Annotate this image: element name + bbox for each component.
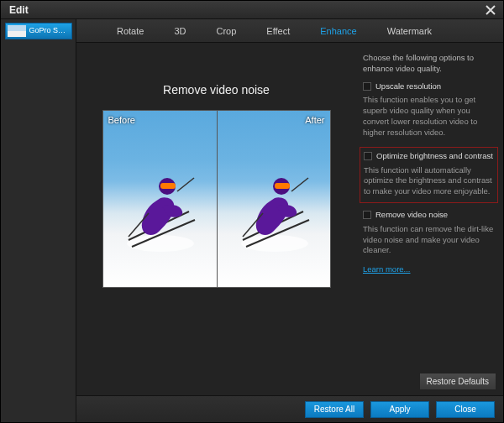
learn-more-link[interactable]: Learn more... bbox=[363, 264, 411, 274]
optimize-checkbox[interactable] bbox=[364, 152, 372, 160]
svg-rect-2 bbox=[160, 183, 176, 189]
footer: Restore All Apply Close bbox=[76, 395, 503, 422]
close-icon bbox=[486, 5, 496, 15]
options-intro: Choose the following options to enhance … bbox=[363, 53, 495, 75]
svg-point-0 bbox=[127, 235, 194, 252]
denoise-checkbox[interactable] bbox=[363, 211, 371, 219]
svg-point-3 bbox=[241, 235, 308, 252]
tab-watermark[interactable]: Watermark bbox=[372, 19, 447, 43]
tab-effect[interactable]: Effect bbox=[251, 19, 305, 43]
optimize-label: Optimize brightness and contrast bbox=[376, 151, 493, 162]
preview-panel: Remove video noise bbox=[76, 43, 356, 395]
options-panel: Choose the following options to enhance … bbox=[356, 43, 503, 395]
upscale-checkbox[interactable] bbox=[363, 82, 371, 91]
window-title: Edit bbox=[9, 4, 29, 16]
upscale-desc: This function enables you to get superb … bbox=[363, 95, 495, 138]
close-button[interactable]: Close bbox=[436, 401, 495, 418]
svg-rect-5 bbox=[275, 183, 290, 189]
tab-3d[interactable]: 3D bbox=[159, 19, 201, 43]
optimize-highlight: Optimize brightness and contrast This fu… bbox=[360, 147, 498, 203]
thumbnail-label: GoPro Swim... bbox=[29, 26, 71, 34]
skier-icon bbox=[238, 163, 313, 255]
restore-defaults-button[interactable]: Restore Defaults bbox=[419, 373, 496, 391]
preview-title: Remove video noise bbox=[163, 83, 270, 97]
edit-window: Edit GoPro Swim... Rotate 3D Crop Effect… bbox=[0, 0, 504, 423]
restore-all-button[interactable]: Restore All bbox=[305, 401, 364, 418]
preview-compare: Before bbox=[102, 110, 331, 288]
sidebar: GoPro Swim... bbox=[1, 19, 76, 422]
denoise-label: Remove video noise bbox=[375, 210, 448, 221]
content: Remove video noise bbox=[76, 43, 503, 395]
after-label: After bbox=[305, 115, 324, 125]
preview-after: After bbox=[217, 111, 330, 287]
before-label: Before bbox=[108, 115, 135, 125]
preview-before: Before bbox=[103, 111, 217, 287]
denoise-row[interactable]: Remove video noise bbox=[363, 210, 495, 221]
skier-icon bbox=[123, 163, 199, 255]
tabs: Rotate 3D Crop Effect Enhance Watermark bbox=[76, 19, 503, 43]
tab-rotate[interactable]: Rotate bbox=[102, 19, 159, 43]
denoise-desc: This function can remove the dirt-like v… bbox=[363, 224, 495, 256]
thumbnail-image bbox=[8, 25, 26, 37]
body: GoPro Swim... Rotate 3D Crop Effect Enha… bbox=[1, 19, 503, 422]
main: Rotate 3D Crop Effect Enhance Watermark … bbox=[76, 19, 503, 422]
tab-crop[interactable]: Crop bbox=[201, 19, 251, 43]
upscale-label: Upscale resolution bbox=[375, 81, 441, 92]
tab-enhance[interactable]: Enhance bbox=[305, 19, 371, 43]
apply-button[interactable]: Apply bbox=[370, 401, 429, 418]
titlebar: Edit bbox=[1, 1, 503, 19]
optimize-desc: This function will automatically optimiz… bbox=[364, 165, 494, 197]
upscale-row[interactable]: Upscale resolution bbox=[363, 81, 495, 92]
optimize-row[interactable]: Optimize brightness and contrast bbox=[364, 151, 494, 162]
close-window-button[interactable] bbox=[483, 3, 498, 18]
clip-thumbnail[interactable]: GoPro Swim... bbox=[5, 23, 72, 39]
